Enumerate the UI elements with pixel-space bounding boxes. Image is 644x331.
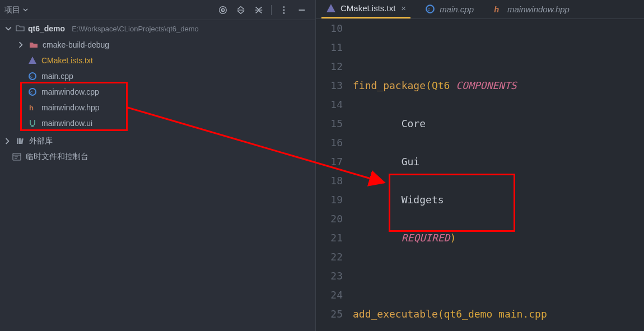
- annotation-box-tree: [20, 82, 128, 131]
- chevron-right-icon: [17, 41, 25, 48]
- chevron-down-icon: [4, 25, 12, 32]
- library-icon: [16, 137, 25, 146]
- more-icon[interactable]: [278, 4, 290, 16]
- project-root-row[interactable]: qt6_demo E:\Workspace\CLionProjects\qt6_…: [0, 20, 315, 37]
- expand-icon[interactable]: [235, 4, 246, 16]
- svg-point-6: [283, 9, 285, 11]
- cpp-file-icon: c: [28, 72, 37, 81]
- tab-mainwindow-hpp[interactable]: h mainwindow.hpp: [488, 0, 574, 18]
- project-panel-title[interactable]: 项目: [4, 5, 28, 15]
- file-row-cmakelists[interactable]: CMakeLists.txt: [25, 53, 315, 68]
- scratch-row[interactable]: 临时文件和控制台: [0, 149, 315, 165]
- svg-rect-14: [17, 138, 18, 144]
- folder-label: cmake-build-debug: [43, 40, 109, 49]
- target-icon[interactable]: [217, 4, 228, 16]
- line-gutter: 10111213 14151617 18192021 22232425: [316, 19, 353, 331]
- project-panel-toolbar: 项目: [0, 0, 315, 20]
- chevron-down-icon: [22, 7, 28, 13]
- file-label: CMakeLists.txt: [41, 56, 93, 65]
- svg-text:c: c: [428, 6, 431, 12]
- annotation-box-code: [389, 174, 515, 232]
- toolbar-separator: [271, 5, 272, 15]
- console-icon: [12, 152, 21, 161]
- external-libraries-row[interactable]: 外部库: [0, 133, 315, 149]
- svg-text:c: c: [30, 74, 32, 79]
- group-label: 临时文件和控制台: [26, 152, 88, 162]
- cmake-file-icon: [28, 56, 37, 65]
- minimize-icon[interactable]: [296, 4, 307, 16]
- svg-text:h: h: [494, 5, 499, 14]
- project-panel: 项目: [0, 0, 316, 331]
- code-editor[interactable]: 10111213 14151617 18192021 22232425 find…: [316, 19, 644, 331]
- tab-cmakelists[interactable]: CMakeLists.txt ×: [321, 0, 410, 18]
- svg-point-5: [283, 6, 285, 8]
- code-content[interactable]: find_package(Qt6 COMPONENTS Core Gui Wid…: [353, 19, 644, 331]
- tab-label: mainwindow.hpp: [507, 4, 570, 14]
- folder-row-cmake-build-debug[interactable]: cmake-build-debug: [13, 37, 315, 53]
- editor-tabs: CMakeLists.txt × c main.cpp h mainwindow…: [316, 0, 644, 19]
- collapse-icon[interactable]: [253, 4, 264, 16]
- tab-label: main.cpp: [440, 4, 474, 14]
- project-panel-title-text: 项目: [4, 5, 20, 15]
- hpp-file-icon: h: [493, 4, 503, 14]
- close-icon[interactable]: ×: [401, 3, 406, 13]
- cpp-file-icon: c: [425, 4, 435, 14]
- svg-point-2: [222, 10, 223, 11]
- tab-label: CMakeLists.txt: [340, 3, 395, 13]
- file-label: main.cpp: [41, 72, 73, 81]
- tab-main-cpp[interactable]: c main.cpp: [421, 0, 478, 18]
- folder-icon: [29, 40, 38, 49]
- chevron-right-icon: [3, 138, 11, 144]
- project-name: qt6_demo: [28, 24, 65, 33]
- svg-rect-15: [19, 138, 21, 144]
- svg-point-7: [283, 12, 285, 13]
- project-path: E:\Workspace\CLionProjects\qt6_demo: [72, 25, 199, 33]
- group-label: 外部库: [29, 136, 53, 146]
- cmake-file-icon: [326, 3, 336, 13]
- svg-rect-16: [21, 138, 24, 144]
- folder-icon: [16, 24, 25, 34]
